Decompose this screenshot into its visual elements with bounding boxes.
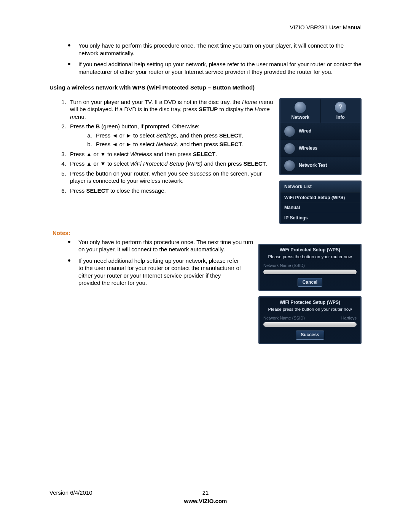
panel-header: Network List xyxy=(280,182,360,193)
page-footer: Version 6/4/2010 21 www.VIZIO.com xyxy=(49,486,362,505)
italic-text: Success xyxy=(190,170,211,177)
italic-text: Wireless xyxy=(130,151,152,157)
menu-item-network-test: Network Test xyxy=(280,157,360,174)
italic-text: Home m xyxy=(242,99,264,105)
network-menu-screenshot: Network ? Info Wired Wireless Network Te… xyxy=(279,98,362,176)
menu-label: Wireless xyxy=(299,145,317,152)
intro-bullet: If you need additional help setting up y… xyxy=(68,61,362,75)
text: and then press xyxy=(152,151,193,157)
text: Press ◄ or ► to select xyxy=(96,132,156,139)
bold-text: SELECT xyxy=(244,160,266,167)
page-number: 21 xyxy=(202,489,209,497)
dialog-title: WiFi Protected Setup (WPS) xyxy=(260,297,360,307)
list-item: IP Settings xyxy=(280,213,360,223)
text: Press ▲ or ▼ to select xyxy=(70,151,130,157)
notes-bullet: If you need additional help setting up y… xyxy=(68,257,242,287)
text: , and then press xyxy=(177,132,219,139)
dialog-title: WiFi Protected Setup (WPS) xyxy=(260,245,360,254)
step-2: Press the B (green) button, if prompted.… xyxy=(68,123,276,148)
list-item: WiFi Protected Setup (WPS) xyxy=(280,193,360,203)
list-item: Manual xyxy=(280,203,360,213)
text: . xyxy=(242,132,243,139)
menu-label: Wired xyxy=(299,128,311,134)
notes-bullets: You only have to perform this procedure … xyxy=(49,238,255,287)
cancel-button: Cancel xyxy=(298,278,322,287)
text: and then press xyxy=(202,160,244,167)
text: Press xyxy=(70,187,86,194)
tab-label: Network xyxy=(280,115,320,121)
intro-bullets: You only have to perform this procedure … xyxy=(49,42,362,75)
italic-text: WiFi Protected Setup (WPS) xyxy=(130,160,202,167)
text: , and then press xyxy=(177,141,220,147)
notes-row: You only have to perform this procedure … xyxy=(49,238,362,344)
wps-screenshots: WiFi Protected Setup (WPS) Please press … xyxy=(258,238,362,344)
text: (green) button, if prompted. Otherwise: xyxy=(100,123,199,129)
wps-cancel-screenshot: WiFi Protected Setup (WPS) Please press … xyxy=(258,244,362,291)
text: . xyxy=(242,141,244,147)
step-2b: Press ◄ or ► to select Network, and then… xyxy=(94,141,276,148)
tab-network: Network xyxy=(280,99,321,123)
menu-item-wired: Wired xyxy=(280,123,360,140)
progress-bar xyxy=(263,322,357,327)
tab-label: Info xyxy=(321,115,361,121)
step-3: Press ▲ or ▼ to select Wireless and then… xyxy=(68,150,276,158)
field-label: Network Name (SSID) xyxy=(263,315,305,321)
text: Press the button on your router. When yo… xyxy=(70,170,190,177)
step-2a: Press ◄ or ► to select Settings, and the… xyxy=(94,132,276,139)
step-5: Press the button on your router. When yo… xyxy=(68,170,276,185)
bold-text: SELECT xyxy=(86,187,109,194)
version-text: Version 6/4/2010 xyxy=(49,489,92,497)
bold-text: SELECT xyxy=(193,151,215,157)
text: Press ◄ or ► to select xyxy=(96,141,156,147)
network-test-icon xyxy=(284,160,295,171)
network-list-screenshot: Network List WiFi Protected Setup (WPS) … xyxy=(279,181,362,224)
text: . xyxy=(215,151,217,157)
ssid-field: Network Name (SSID) xyxy=(260,262,360,269)
website-url: www.VIZIO.com xyxy=(49,497,362,505)
dialog-subtitle: Please press the button on your router n… xyxy=(260,254,360,262)
text: to close the message. xyxy=(109,187,166,194)
tabs-row: Network ? Info xyxy=(280,99,360,123)
screenshots-column: Network ? Info Wired Wireless Network Te… xyxy=(279,98,362,224)
steps-row: Turn on your player and your TV. If a DV… xyxy=(49,98,362,224)
text: Turn on your player and your TV. If a DV… xyxy=(70,99,242,105)
notes-bullet: You only have to perform this procedure … xyxy=(68,238,255,253)
step-4: Press ▲ or ▼ to select WiFi Protected Se… xyxy=(68,160,276,168)
text: . xyxy=(266,160,268,167)
text: to display the xyxy=(218,106,255,112)
intro-bullet: You only have to perform this procedure … xyxy=(68,42,362,57)
menu-label: Network Test xyxy=(299,163,327,169)
steps-text: Turn on your player and your TV. If a DV… xyxy=(49,98,276,198)
bold-text: SETUP xyxy=(199,106,218,112)
step-2-sub: Press ◄ or ► to select Settings, and the… xyxy=(87,132,276,148)
text: enu. xyxy=(75,113,86,120)
tab-info: ? Info xyxy=(321,99,361,123)
field-label: Network Name (SSID) xyxy=(263,263,305,268)
italic-text: Settings xyxy=(156,132,177,139)
notes-heading: Notes: xyxy=(53,229,362,237)
wps-success-screenshot: WiFi Protected Setup (WPS) Please press … xyxy=(258,296,362,343)
ssid-field: Network Name (SSID) Hartleys xyxy=(260,315,360,321)
dialog-subtitle: Please press the button on your router n… xyxy=(260,307,360,315)
bold-text: SELECT xyxy=(220,141,242,147)
bold-text: SELECT xyxy=(219,132,242,139)
text: Press ▲ or ▼ to select xyxy=(70,160,130,167)
wireless-icon xyxy=(284,143,295,154)
manual-page: VIZIO VBR231 User Manual You only have t… xyxy=(0,0,411,532)
bold-text: B xyxy=(96,123,100,129)
italic-text: Network xyxy=(156,141,177,147)
steps-list: Turn on your player and your TV. If a DV… xyxy=(49,98,276,195)
field-value: Hartleys xyxy=(341,315,357,321)
menu-item-wireless: Wireless xyxy=(280,140,360,157)
wired-icon xyxy=(284,126,295,137)
header-doc-title: VIZIO VBR231 User Manual xyxy=(290,24,362,31)
network-icon xyxy=(295,102,306,113)
success-button: Success xyxy=(296,331,324,340)
notes-text: You only have to perform this procedure … xyxy=(49,238,255,291)
text: Press the xyxy=(70,123,96,129)
content-body: You only have to perform this procedure … xyxy=(49,42,362,344)
info-icon: ? xyxy=(335,102,346,113)
step-1: Turn on your player and your TV. If a DV… xyxy=(68,98,276,121)
progress-bar xyxy=(263,270,357,274)
section-heading: Using a wireless network with WPS (WiFi … xyxy=(49,84,362,91)
